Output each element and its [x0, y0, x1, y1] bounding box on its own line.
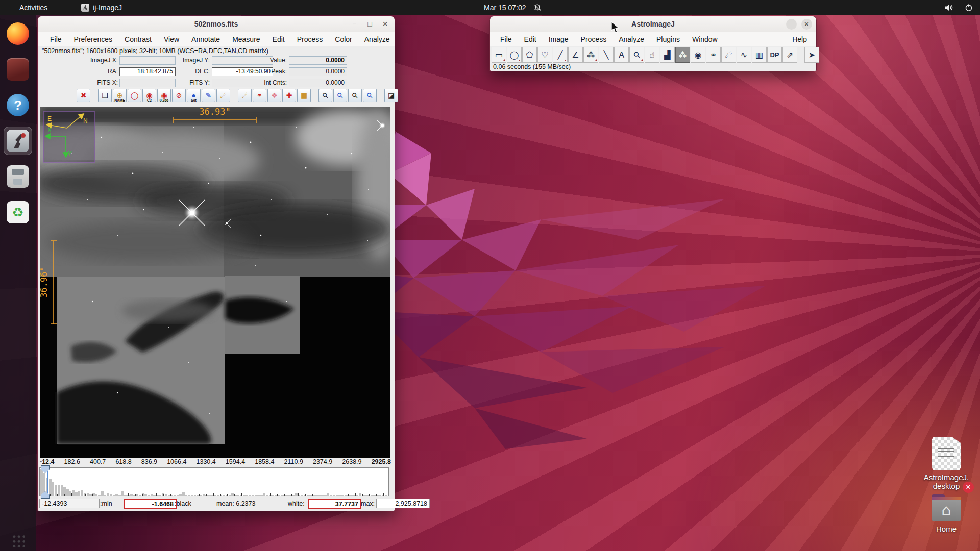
set-aperture-button[interactable]: ●Set [187, 89, 201, 102]
desktop-icon-astroimagej[interactable]: ✕ AstroImageJ.desktop [922, 437, 971, 491]
aij-menu-plugins[interactable]: Plugins [650, 34, 686, 45]
centroid-button[interactable]: ✚ [282, 89, 296, 102]
histogram-tick: 1066.4 [167, 458, 186, 465]
polygon-tool[interactable]: ⬠ [522, 47, 537, 63]
fits-menu-contrast[interactable]: Contrast [118, 34, 158, 45]
forward-tool[interactable]: ➤ [804, 47, 819, 63]
data-processor-tool[interactable]: DP [767, 47, 782, 63]
image-canvas[interactable]: E N X Y 36.93" 36.96" [40, 107, 390, 458]
histogram-tick: 400.7 [90, 458, 106, 465]
aperture-c2-button[interactable]: ◉C2 [142, 89, 156, 102]
aij-menu-help[interactable]: Help [786, 34, 813, 45]
power-icon[interactable] [965, 4, 973, 12]
zoom-fit-button[interactable]: ⚲ [348, 89, 362, 102]
desktop-icon-home[interactable]: ⌂ Home [922, 494, 971, 533]
seeing-profile-tool[interactable]: ∿ [737, 47, 751, 63]
histogram-tick: 618.8 [115, 458, 131, 465]
fits-menu-color[interactable]: Color [329, 34, 358, 45]
svg-text:X: X [47, 127, 52, 134]
fits-menu-annotate[interactable]: Annotate [185, 34, 226, 45]
text-tool[interactable]: A [614, 47, 629, 63]
histogram-tick: -12.4 [40, 458, 55, 465]
dock-item-astroimagej[interactable] [4, 127, 32, 155]
clock-button[interactable]: Mar 15 07:02 [484, 0, 542, 15]
histogram-tick: 1594.4 [226, 458, 245, 465]
sweep-aperture-button[interactable]: ☄ [216, 89, 230, 102]
starfield-tool[interactable]: ⁂ [675, 47, 690, 63]
freehand-tool[interactable]: ♡ [537, 47, 552, 63]
home-folder-icon: ⌂ [932, 498, 961, 521]
aij-menu-file[interactable]: File [494, 34, 518, 45]
close-button[interactable]: ✕ [380, 19, 390, 30]
maximize-button[interactable]: □ [364, 19, 375, 30]
annotate-name-button[interactable]: ⊕NAME [113, 89, 127, 102]
fits-menu-preferences[interactable]: Preferences [68, 34, 118, 45]
rectangle-tool[interactable]: ▭ [492, 47, 506, 63]
max-field[interactable]: 2,925.8718 [376, 499, 430, 508]
multi-aperture-tool[interactable]: ⚭ [706, 47, 721, 63]
zoom-out-button[interactable]: ⚲ [333, 89, 347, 102]
histogram-panel[interactable] [39, 467, 389, 496]
align-stack-button[interactable]: ❖ [267, 89, 281, 102]
fits-menu-measure[interactable]: Measure [226, 34, 266, 45]
app-indicator[interactable]: ij-ImageJ [81, 4, 122, 12]
activities-button[interactable]: Activities [15, 3, 52, 13]
aij-menu-process[interactable]: Process [575, 34, 613, 45]
minimize-button[interactable]: − [786, 19, 797, 30]
aperture-scale-button[interactable]: ◉0.266 [157, 89, 171, 102]
fits-menu-view[interactable]: View [158, 34, 185, 45]
aperture-shape-button[interactable]: ◯ [128, 89, 141, 102]
clear-aperture-button[interactable]: ⊘ [172, 89, 186, 102]
hand-tool[interactable]: ☝ [645, 47, 659, 63]
angle-tool[interactable]: ∠ [568, 47, 583, 63]
multi-aperture-button[interactable]: ⚭ [253, 89, 266, 102]
contrast-stats-row: -12.4393 :min -1.6468 :black mean: 6.237… [38, 499, 395, 509]
aij-menu-edit[interactable]: Edit [518, 34, 543, 45]
aperture-tool[interactable]: ◉ [691, 47, 705, 63]
dock-item-disk[interactable] [4, 162, 32, 191]
close-all-button[interactable]: ✖ [77, 89, 90, 102]
black-label: :black [175, 499, 191, 509]
fits-titlebar[interactable]: 502nmos.fits − □ ✕ [38, 16, 395, 32]
dock-item-software[interactable]: ♻ [4, 198, 32, 227]
wand-tool[interactable]: ╲ [599, 47, 614, 63]
clear-overlay-button[interactable]: ☄ [238, 89, 252, 102]
line-tool[interactable]: ╱ [553, 47, 568, 63]
aij-titlebar[interactable]: AstroImageJ − ✕ [490, 16, 816, 32]
aij-menu-image[interactable]: Image [543, 34, 575, 45]
clear-overlay-tool[interactable]: ☄ [721, 47, 736, 63]
aij-menu-analyze[interactable]: Analyze [612, 34, 650, 45]
black-field[interactable]: -1.6468 [124, 499, 177, 509]
histogram-tick: 2925.8 [372, 458, 391, 465]
firefox-icon [7, 22, 29, 45]
help-icon: ? [7, 94, 29, 116]
volume-icon[interactable] [944, 4, 953, 12]
white-field[interactable]: 37.7737 [308, 499, 361, 509]
fits-toolbar: ✖❏⊕NAME◯◉C2◉0.266⊘●Set✎☄☄⚭❖✚▦⚲⚲⚲⚲◪ [77, 88, 399, 103]
close-button[interactable]: ✕ [801, 19, 812, 30]
oval-tool[interactable]: ◯ [507, 47, 522, 63]
edit-aperture-button[interactable]: ✎ [202, 89, 215, 102]
fits-menu-edit[interactable]: Edit [266, 34, 291, 45]
point-tool[interactable]: ⁂ [583, 47, 598, 63]
dock-item-help[interactable]: ? [4, 91, 32, 119]
table-tool[interactable]: ▥ [752, 47, 767, 63]
measurement-table-button[interactable]: ▦ [297, 89, 311, 102]
fits-menu-analyze[interactable]: Analyze [358, 34, 396, 45]
histogram-ticks: -12.4182.6400.7618.8836.91066.41330.4159… [40, 458, 391, 465]
copy-image-button[interactable]: ❏ [98, 89, 112, 102]
zoom-in-button[interactable]: ⚲ [318, 89, 332, 102]
invert-lut-button[interactable]: ◪ [384, 89, 398, 102]
aij-menu-window[interactable]: Window [686, 34, 724, 45]
min-field[interactable]: -12.4393 [39, 499, 100, 508]
zoom-actual-button[interactable]: ⚲ [363, 89, 377, 102]
dock-item-files[interactable] [4, 55, 32, 84]
astrometry-tool[interactable]: ⇗ [782, 47, 797, 63]
dock-item-firefox[interactable] [4, 19, 32, 48]
magnifier-tool[interactable]: ⚲ [629, 47, 644, 63]
fits-menu-process[interactable]: Process [291, 34, 329, 45]
astroimagej-main-window: AstroImageJ − ✕ FileEditImageProcessAnal… [489, 16, 817, 71]
minimize-button[interactable]: − [349, 19, 360, 30]
fits-menu-file[interactable]: File [44, 34, 68, 45]
dropper-tool[interactable]: ▟ [660, 47, 675, 63]
